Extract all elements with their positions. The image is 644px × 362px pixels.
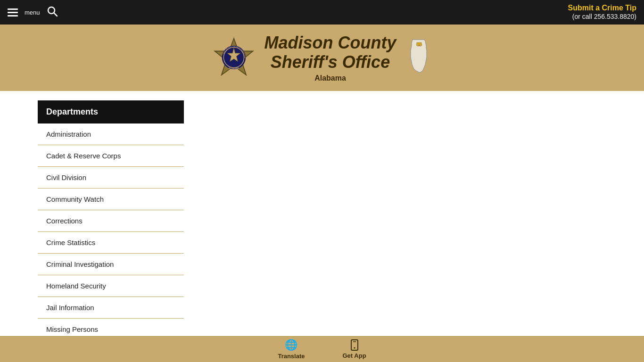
sidebar-item-civil-division[interactable]: Civil Division [38,167,184,189]
top-bar-left: menu [8,6,58,19]
main-content: Departments Administration Cadet & Reser… [0,91,644,362]
search-button[interactable] [47,6,58,19]
crime-tip-section: Submit a Crime Tip (or call 256.533.8820… [568,4,636,21]
menu-button[interactable] [8,8,18,16]
getapp-label: Get App [343,352,366,359]
sidebar-item-administration[interactable]: Administration [38,123,184,145]
bottom-bar: 🌐 Translate Get App [0,336,644,362]
sidebar-item-criminal-investigation[interactable]: Criminal Investigation [38,254,184,275]
banner-title: Madison County Sheriff's Office Alabama [264,33,396,82]
alabama-map [405,39,431,76]
banner-subtitle: Alabama [264,74,396,82]
get-app-button[interactable]: Get App [343,339,366,359]
sidebar-item-jail-information[interactable]: Jail Information [38,297,184,319]
globe-icon: 🌐 [285,339,297,351]
sheriff-badge-logo: MADISON COUNTY SHERIFF ALABAMA [213,36,255,79]
banner: MADISON COUNTY SHERIFF ALABAMA Madison C… [0,25,644,91]
sidebar-item-homeland-security[interactable]: Homeland Security [38,275,184,297]
crime-tip-phone: (or call 256.533.8820) [572,13,636,20]
svg-text:ALABAMA: ALABAMA [228,68,239,70]
sidebar: Departments Administration Cadet & Reser… [38,100,184,362]
main-body [198,100,606,362]
app-icon [349,339,360,351]
sidebar-header: Departments [38,100,184,123]
sidebar-item-crime-statistics[interactable]: Crime Statistics [38,232,184,254]
banner-title-line1: Madison County Sheriff's Office [264,33,396,72]
svg-point-12 [354,347,355,349]
crime-tip-link[interactable]: Submit a Crime Tip [568,4,636,12]
svg-line-1 [54,13,57,16]
sidebar-item-cadet-reserve-corps[interactable]: Cadet & Reserve Corps [38,145,184,167]
search-icon [47,6,58,17]
sidebar-item-corrections[interactable]: Corrections [38,210,184,232]
top-bar: menu Submit a Crime Tip (or call 256.533… [0,0,644,25]
menu-label: menu [25,9,40,16]
sidebar-item-community-watch[interactable]: Community Watch [38,189,184,210]
translate-label: Translate [278,353,305,360]
translate-button[interactable]: 🌐 Translate [278,339,305,360]
